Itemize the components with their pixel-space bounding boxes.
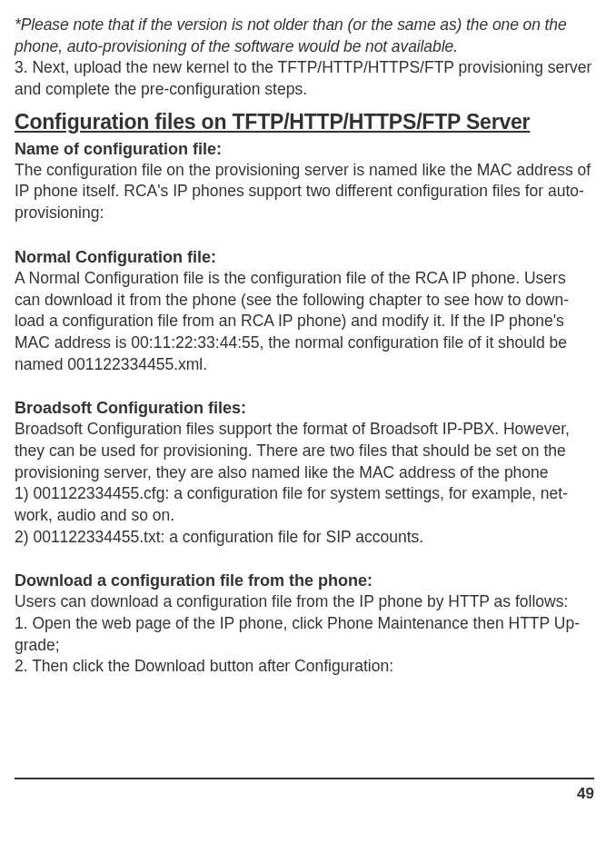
normal-config-heading: Normal Configuration file:: [15, 246, 594, 268]
download-config-body: Users can download a configuration file …: [15, 591, 594, 613]
name-of-config-body: The configuration file on the provisioni…: [15, 160, 594, 224]
download-config-heading: Download a configuration file from the p…: [15, 570, 594, 591]
footer-divider: 49: [15, 778, 594, 805]
normal-config-body: A Normal Configuration file is the confi…: [15, 268, 594, 375]
name-of-config-heading: Name of configuration file:: [15, 138, 594, 160]
download-step-1: 1. Open the web page of the IP phone, cl…: [15, 613, 594, 656]
broadsoft-item-1: 1) 001122334455.cfg: a configuration fil…: [15, 483, 594, 526]
config-files-section-heading: Configuration files on TFTP/HTTP/HTTPS/F…: [15, 108, 594, 136]
broadsoft-config-body: Broadsoft Configuration files support th…: [15, 419, 594, 483]
version-note-text: *Please note that if the version is not …: [15, 15, 594, 57]
broadsoft-config-heading: Broadsoft Configuration files:: [15, 397, 594, 419]
page-number: 49: [577, 785, 594, 802]
broadsoft-item-2: 2) 001122334455.txt: a configuration fil…: [15, 527, 594, 549]
download-step-2: 2. Then click the Download button after …: [15, 656, 594, 678]
step-3-text: 3. Next, upload the new kernel to the TF…: [15, 57, 594, 100]
